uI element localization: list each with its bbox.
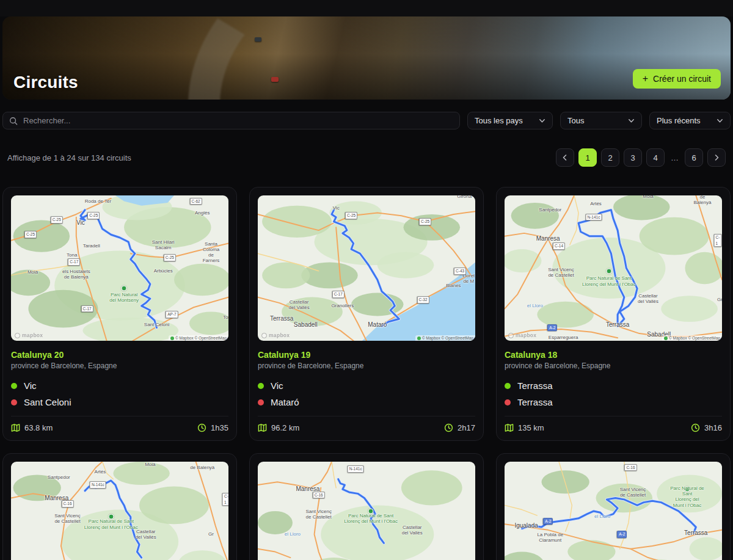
distance-stat: 96.2 km	[258, 423, 299, 432]
type-filter-value: Tous	[567, 116, 584, 125]
circuit-location: province de Barcelone, Espagne	[258, 362, 475, 370]
results-summary: Affichage de 1 à 24 sur 134 circuits	[7, 153, 131, 162]
start-city: Vic	[271, 380, 283, 391]
start-dot-icon	[505, 383, 511, 389]
circuit-card[interactable]: ManresaSant Vicenç de CastelletParc Natu…	[249, 453, 484, 560]
chevron-down-icon	[539, 117, 545, 124]
circuit-waypoints: Terrassa Terrassa	[505, 377, 722, 410]
pagination: 1 2 3 4 … 6	[556, 148, 726, 167]
clock-icon	[691, 423, 700, 432]
start-waypoint: Vic	[258, 377, 475, 394]
circuit-title: Catalunya 19	[258, 350, 475, 360]
distance-stat: 135 km	[505, 423, 544, 432]
circuit-stats: 96.2 km 2h17	[258, 416, 475, 432]
circuit-stats: 135 km 3h16	[505, 416, 722, 432]
pagination-prev-button[interactable]	[556, 148, 574, 167]
distance-value: 96.2 km	[271, 423, 299, 432]
results-row: Affichage de 1 à 24 sur 134 circuits 1 2…	[2, 148, 731, 167]
duration-value: 2h17	[458, 423, 475, 432]
end-waypoint: Mataró	[258, 394, 475, 410]
pagination-page-3[interactable]: 3	[624, 148, 642, 167]
circuits-page: Circuits + Créer un circuit Tous les pay…	[0, 16, 733, 560]
hero-dark-car	[255, 37, 261, 42]
map-icon	[258, 423, 267, 432]
create-circuit-button[interactable]: + Créer un circuit	[633, 69, 721, 89]
country-filter-dropdown[interactable]: Tous les pays	[467, 112, 553, 129]
map-icon	[505, 423, 514, 432]
hero-image	[2, 16, 731, 100]
chevron-down-icon	[628, 117, 635, 124]
duration-stat: 2h17	[444, 423, 475, 432]
end-dot-icon	[258, 399, 264, 405]
chevron-down-icon	[717, 117, 723, 124]
circuit-location: province de Barcelone, Espagne	[11, 362, 228, 370]
end-city: Terrassa	[517, 397, 553, 407]
hero-banner: Circuits + Créer un circuit	[2, 16, 731, 100]
circuit-location: province de Barcelone, Espagne	[505, 362, 722, 370]
circuit-waypoints: Vic Mataró	[258, 377, 475, 410]
cards-grid: Roda de TerAnglèsVicTaradellSant Hilari …	[2, 187, 731, 560]
pagination-next-button[interactable]	[707, 148, 726, 167]
duration-value: 1h35	[211, 423, 228, 432]
end-dot-icon	[11, 399, 17, 405]
duration-stat: 3h16	[691, 423, 722, 432]
duration-stat: 1h35	[197, 423, 228, 432]
pagination-page-4[interactable]: 4	[646, 148, 665, 167]
filter-bar: Tous les pays Tous Plus récents	[2, 112, 731, 129]
chevron-left-icon	[561, 154, 569, 161]
end-city: Sant Celoni	[24, 397, 71, 407]
search-icon	[9, 117, 18, 125]
plus-icon: +	[643, 74, 648, 84]
sort-value: Plus récents	[657, 116, 701, 125]
search-box[interactable]	[2, 112, 460, 129]
start-waypoint: Vic	[11, 377, 228, 394]
map-icon	[11, 423, 20, 432]
circuit-map-thumbnail[interactable]: ManresaSant Vicenç de CastelletParc Natu…	[258, 462, 475, 560]
end-waypoint: Sant Celoni	[11, 394, 228, 410]
start-city: Terrassa	[517, 380, 553, 391]
create-circuit-label: Créer un circuit	[653, 74, 711, 84]
start-dot-icon	[258, 383, 264, 389]
circuit-title: Catalunya 20	[11, 350, 228, 360]
circuit-card[interactable]: GironaVicLloret de MBlanesCastellar del …	[249, 187, 484, 441]
circuit-card[interactable]: Moiàde BalenyàArtésSantpedorManresaSant …	[2, 453, 237, 560]
page-title: Circuits	[13, 73, 78, 92]
circuit-map-thumbnail[interactable]: Moiàde BalenyàArtésSantpedorManresaSant …	[505, 195, 722, 341]
circuit-map-thumbnail[interactable]: Moiàde BalenyàArtésSantpedorManresaSant …	[11, 462, 228, 560]
circuit-map-thumbnail[interactable]: GironaVicLloret de MBlanesCastellar del …	[258, 195, 475, 341]
top-navbar	[0, 0, 733, 16]
distance-value: 63.8 km	[24, 423, 53, 432]
chevron-right-icon	[713, 154, 720, 161]
clock-icon	[444, 423, 453, 432]
end-city: Mataró	[271, 397, 299, 407]
distance-stat: 63.8 km	[11, 423, 53, 432]
type-filter-dropdown[interactable]: Tous	[560, 112, 642, 129]
hero-road-graphic	[153, 16, 633, 100]
start-city: Vic	[24, 380, 37, 391]
country-filter-value: Tous les pays	[475, 116, 523, 125]
pagination-ellipsis: …	[669, 153, 680, 162]
end-dot-icon	[505, 399, 511, 405]
pagination-page-2[interactable]: 2	[601, 148, 619, 167]
hero-red-car	[271, 77, 279, 82]
start-waypoint: Terrassa	[505, 377, 722, 394]
duration-value: 3h16	[704, 423, 722, 432]
pagination-page-1[interactable]: 1	[578, 148, 597, 167]
circuit-stats: 63.8 km 1h35	[11, 416, 228, 432]
search-input[interactable]	[23, 116, 453, 125]
circuit-waypoints: Vic Sant Celoni	[11, 377, 228, 410]
circuit-title: Catalunya 18	[505, 350, 722, 360]
circuit-map-thumbnail[interactable]: Sant Vicenç de CastelletParc Natural de …	[505, 462, 722, 560]
distance-value: 135 km	[518, 423, 544, 432]
clock-icon	[197, 423, 206, 432]
circuit-map-thumbnail[interactable]: Roda de TerAnglèsVicTaradellSant Hilari …	[11, 195, 228, 341]
circuit-card[interactable]: Sant Vicenç de CastelletParc Natural de …	[496, 453, 731, 560]
sort-dropdown[interactable]: Plus récents	[649, 112, 731, 129]
circuit-card[interactable]: Moiàde BalenyàArtésSantpedorManresaSant …	[496, 187, 731, 441]
pagination-page-6[interactable]: 6	[685, 148, 703, 167]
start-dot-icon	[11, 383, 17, 389]
circuit-card[interactable]: Roda de TerAnglèsVicTaradellSant Hilari …	[2, 187, 237, 441]
end-waypoint: Terrassa	[505, 394, 722, 410]
